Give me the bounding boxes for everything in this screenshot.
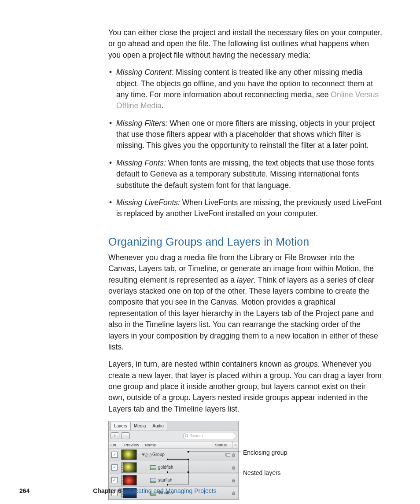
search-input[interactable]: Search bbox=[183, 433, 236, 439]
stack-icon bbox=[225, 453, 230, 457]
preview-thumbnail bbox=[121, 449, 137, 460]
callout-text: Nested layers bbox=[243, 469, 281, 476]
section-paragraph: Layers, in turn, are nested within conta… bbox=[108, 359, 382, 415]
bullet-item: Missing Filters: When one or more filter… bbox=[108, 118, 382, 151]
italic-term: layer bbox=[237, 276, 254, 284]
image-icon bbox=[150, 465, 156, 470]
group-icon bbox=[146, 453, 151, 457]
bullet-item: Missing LiveFonts: When LiveFonts are mi… bbox=[108, 197, 382, 220]
page: You can either close the project and ins… bbox=[0, 0, 420, 504]
text: Layers, in turn, are nested within conta… bbox=[108, 360, 294, 368]
header-status[interactable]: Status bbox=[213, 441, 233, 448]
visibility-checkbox[interactable] bbox=[111, 452, 118, 458]
add-button[interactable]: + bbox=[111, 432, 119, 439]
tab-audio[interactable]: Audio bbox=[149, 422, 167, 430]
intro-paragraph: You can either close the project and ins… bbox=[108, 27, 382, 61]
preview-thumbnail bbox=[121, 462, 137, 473]
tab-media[interactable]: Media bbox=[130, 422, 149, 430]
row-name: goldfish bbox=[158, 464, 173, 471]
page-number: 264 bbox=[19, 487, 29, 494]
tab-strip: Layers Media Audio bbox=[109, 421, 238, 430]
bullet-item: Missing Fonts: When fonts are missing, t… bbox=[108, 158, 382, 191]
bullet-text: . bbox=[162, 101, 164, 110]
svg-rect-3 bbox=[226, 454, 230, 456]
header-name[interactable]: Name bbox=[143, 441, 213, 448]
callout-text: Enclosing group bbox=[243, 449, 287, 456]
header-on[interactable]: On bbox=[109, 441, 122, 448]
visibility-checkbox[interactable] bbox=[111, 477, 118, 483]
svg-point-0 bbox=[185, 434, 188, 437]
chapter-title: Creating and Managing Projects bbox=[129, 487, 217, 494]
bullet-list: Missing Content: Missing content is trea… bbox=[108, 67, 382, 220]
italic-term: groups bbox=[294, 360, 318, 368]
text: . Think of layers as a series of clear o… bbox=[108, 276, 378, 351]
content-column: You can either close the project and ins… bbox=[108, 27, 382, 500]
header-menu[interactable]: » bbox=[233, 441, 238, 448]
toolbar: + − Search bbox=[109, 430, 238, 441]
chapter-label: Chapter 6 bbox=[93, 487, 122, 494]
lock-icon[interactable] bbox=[232, 478, 236, 482]
callout-enclosing-group: Enclosing group bbox=[243, 448, 287, 457]
tab-layers[interactable]: Layers bbox=[111, 422, 131, 430]
header-preview[interactable]: Preview bbox=[122, 441, 143, 448]
bullet-item: Missing Content: Missing content is trea… bbox=[108, 67, 382, 112]
search-icon bbox=[185, 434, 189, 438]
preview-thumbnail bbox=[121, 475, 137, 486]
callout-nested-layers: Nested layers bbox=[243, 468, 281, 477]
image-icon bbox=[150, 478, 156, 483]
lock-icon[interactable] bbox=[232, 453, 236, 457]
column-headers: On Preview Name Status » bbox=[109, 441, 238, 449]
section-heading: Organizing Groups and Layers in Motion bbox=[108, 234, 382, 250]
lock-icon[interactable] bbox=[232, 491, 236, 495]
bullet-term: Missing Content: bbox=[116, 68, 173, 77]
row-name: Group bbox=[152, 452, 165, 458]
lock-icon[interactable] bbox=[232, 466, 236, 470]
row-name: starfish bbox=[158, 477, 172, 484]
bullet-term: Missing Filters: bbox=[116, 119, 168, 128]
search-placeholder: Search bbox=[190, 433, 203, 439]
bullet-term: Missing Fonts: bbox=[116, 158, 166, 167]
visibility-checkbox[interactable] bbox=[111, 464, 118, 471]
bullet-term: Missing LiveFonts: bbox=[116, 198, 180, 207]
remove-button[interactable]: − bbox=[121, 432, 130, 439]
svg-line-1 bbox=[188, 436, 189, 438]
section-paragraph: Whenever you drag a media file from the … bbox=[108, 252, 382, 353]
disclosure-triangle-icon[interactable] bbox=[142, 454, 145, 456]
